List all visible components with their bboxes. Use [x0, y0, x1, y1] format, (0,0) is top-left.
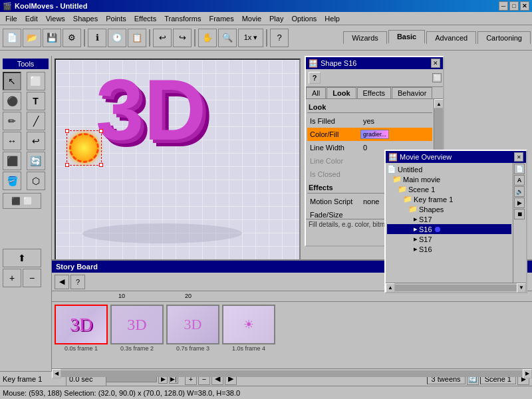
info-button[interactable]: ℹ [88, 29, 106, 47]
story-scroll-right[interactable]: ▶ [523, 369, 532, 378]
new-button[interactable]: 📄 [3, 29, 21, 47]
hand-button[interactable]: ✋ [198, 29, 217, 47]
panel-tab-behavior[interactable]: Behavior [392, 87, 432, 98]
tree-untitled[interactable]: 📄 Untitled [387, 164, 511, 174]
tree-icon-shapes: 📁 [408, 205, 418, 213]
menu-bar: File Edit Views Shapes Points Effects Tr… [0, 12, 532, 25]
tree-s17-1[interactable]: ▸ S17 [387, 214, 511, 224]
shape-panel-close[interactable]: ✕ [431, 59, 440, 68]
story-scroll-track[interactable] [61, 370, 523, 377]
tool-extra-1[interactable]: ⬆ [3, 249, 41, 267]
tool-extra-2[interactable]: + [3, 269, 21, 287]
zoom-button[interactable]: 🔍 [218, 29, 237, 47]
menu-edit[interactable]: Edit [21, 13, 42, 24]
menu-shapes[interactable]: Shapes [69, 13, 102, 24]
story-help-button[interactable]: ? [70, 275, 85, 289]
panel-restore[interactable]: ⬜ [432, 73, 442, 82]
handle-bl[interactable] [65, 163, 69, 167]
menu-effects[interactable]: Effects [130, 13, 160, 24]
help-button[interactable]: ? [270, 29, 289, 47]
panel-title-left: 🪟 Shape S16 [309, 59, 356, 68]
menu-movie[interactable]: Movie [238, 13, 265, 24]
clipboard-button[interactable]: 📋 [128, 29, 146, 47]
tree-label-s16-1: S16 [419, 225, 432, 233]
frame-thumb-2[interactable]: 3D [110, 305, 164, 344]
tree-main-movie[interactable]: 📁 Main movie [387, 174, 511, 184]
tool-polygon[interactable]: ⬡ [27, 172, 45, 190]
frame-thumb-4[interactable]: ☀ [222, 305, 275, 344]
menu-frames[interactable]: Frames [205, 13, 237, 24]
tab-advanced[interactable]: Advanced [426, 31, 476, 44]
tab-cartooning[interactable]: Cartooning [477, 31, 531, 44]
timer-button[interactable]: 🕐 [108, 29, 126, 47]
tree-scene1[interactable]: 📁 Scene 1 [387, 184, 511, 194]
tool-ellipse[interactable]: ⚫ [3, 92, 21, 110]
menu-help[interactable]: Help [321, 13, 344, 24]
tree-s16-2[interactable]: ▸ S16 [387, 244, 511, 254]
menu-points[interactable]: Points [102, 13, 130, 24]
tool-extra-3[interactable]: − [23, 269, 41, 287]
save-button[interactable]: 💾 [43, 29, 61, 47]
menu-play[interactable]: Play [265, 13, 287, 24]
tree-s16-1[interactable]: ▸ S16 [387, 224, 511, 234]
frame-content-3: 3D [184, 316, 202, 333]
movie-new-btn[interactable]: 📄 [514, 164, 525, 174]
divider-1 [307, 112, 432, 113]
tree-s17-2[interactable]: ▸ S17 [387, 234, 511, 244]
story-scroll-left[interactable]: ◀ [52, 369, 61, 378]
zoom-level[interactable]: 1x ▾ [238, 29, 263, 47]
tool-eraser[interactable]: ⬛ [3, 152, 21, 170]
frame-thumb-1[interactable]: 3D [55, 305, 108, 344]
maximize-button[interactable]: □ [509, 1, 519, 11]
settings-button[interactable]: ⚙ [63, 29, 81, 47]
tab-basic[interactable]: Basic [388, 30, 425, 44]
tab-wizards[interactable]: Wizards [343, 31, 387, 44]
movie-a-btn[interactable]: A [514, 175, 525, 186]
tree-keyframe1[interactable]: 📁 Key frame 1 [387, 194, 511, 204]
movie-play-btn[interactable]: ▶ [514, 198, 525, 208]
movie-scroll-track[interactable] [395, 285, 517, 291]
undo-button[interactable]: ↩ [153, 29, 172, 47]
movie-scroll-down[interactable]: ▼ [517, 283, 526, 293]
handle-tr[interactable] [99, 129, 103, 133]
tool-rotate[interactable]: ↩ [27, 132, 45, 150]
canvas[interactable]: 3D [55, 59, 301, 285]
handle-tl[interactable] [65, 129, 69, 133]
frame-content-1: 3D [70, 314, 92, 335]
tool-rect[interactable]: ⬜ [27, 72, 45, 90]
frame-3: 3D 0.7s frame 3 [166, 305, 219, 366]
minimize-button[interactable]: ─ [499, 1, 508, 11]
menu-transforms[interactable]: Transforms [160, 13, 205, 24]
tool-fill[interactable]: 🪣 [3, 172, 21, 190]
tool-pan[interactable]: ↔ [3, 132, 21, 150]
color-fill-value[interactable]: gradier... [360, 130, 389, 139]
menu-options[interactable]: Options [287, 13, 321, 24]
movie-panel-close[interactable]: ✕ [514, 152, 523, 162]
scroll-up[interactable]: ▲ [434, 99, 443, 108]
movie-sound-btn[interactable]: 🔊 [514, 186, 525, 197]
frame-thumb-3[interactable]: 3D [166, 305, 219, 344]
close-button[interactable]: ✕ [520, 1, 529, 11]
help-button-panel[interactable]: ? [309, 72, 321, 84]
tool-text[interactable]: T [27, 92, 45, 110]
panel-tab-look[interactable]: Look [327, 87, 356, 98]
movie-stop-btn[interactable]: ⏹ [514, 209, 525, 219]
tool-pen[interactable]: ✏ [3, 112, 21, 130]
panel-tab-all[interactable]: All [306, 87, 326, 98]
movie-title-btns: ✕ [514, 152, 523, 162]
tool-wide-1[interactable]: ⬛ ⬜ [3, 193, 41, 209]
tree-shapes[interactable]: 📁 Shapes [387, 204, 511, 214]
tool-line[interactable]: ╱ [27, 112, 45, 130]
menu-file[interactable]: File [1, 13, 21, 24]
panel-tab-effects[interactable]: Effects [357, 87, 391, 98]
row-color-fill[interactable]: Color/Fill gradier... [307, 128, 432, 141]
open-button[interactable]: 📂 [23, 29, 41, 47]
menu-views[interactable]: Views [42, 13, 69, 24]
tool-select[interactable]: ↖ [3, 72, 21, 90]
tool-transform[interactable]: 🔄 [27, 152, 45, 170]
story-back-button[interactable]: ◀ [55, 275, 69, 289]
redo-button[interactable]: ↪ [173, 29, 192, 47]
movie-scroll-up[interactable]: ▲ [386, 283, 395, 293]
extra-tools: ⬆ + − [3, 249, 49, 287]
handle-br[interactable] [99, 163, 103, 167]
